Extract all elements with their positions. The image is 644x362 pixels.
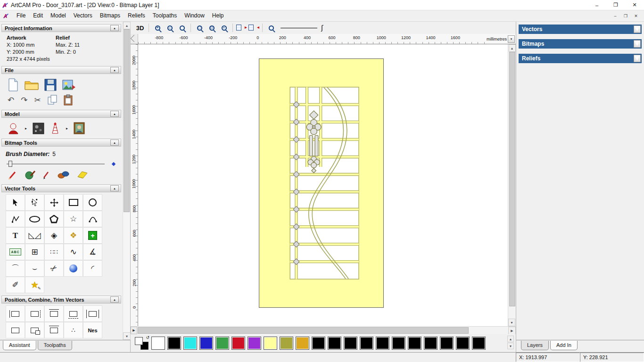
swap-colours-icon[interactable]: ↺: [146, 335, 149, 340]
create-circle-button[interactable]: [83, 194, 102, 211]
collapse-arrow-icon[interactable]: ▲: [110, 185, 119, 191]
collapse-arrow-icon[interactable]: ▲: [110, 67, 119, 73]
scroll-down-icon[interactable]: ▼: [508, 319, 515, 326]
scroll-up-icon[interactable]: ▲: [123, 22, 131, 29]
collapse-arrow-icon[interactable]: ▲: [110, 296, 119, 303]
texture-image-icon[interactable]: [74, 122, 85, 134]
colour-swatch[interactable]: [151, 337, 165, 350]
colour-swatch[interactable]: [312, 337, 325, 350]
create-rectangle-button[interactable]: [64, 194, 83, 211]
paste-along-curve-button[interactable]: ❖: [64, 227, 83, 244]
close-vector-button[interactable]: ✐: [6, 277, 25, 293]
colour-beans-icon[interactable]: [58, 170, 70, 180]
colour-swatch[interactable]: [456, 337, 470, 350]
close-icon[interactable]: ✕: [625, 0, 644, 10]
layer-group-bar[interactable]: Reliefs ▼: [519, 54, 642, 63]
menu-item[interactable]: Model: [47, 10, 70, 21]
restore-icon[interactable]: ❐: [606, 0, 625, 10]
scrollbar-thumb[interactable]: [124, 29, 130, 212]
collapse-arrow-icon[interactable]: ▲: [110, 140, 119, 146]
colour-swatch[interactable]: [296, 337, 309, 350]
lighting-setup-icon[interactable]: [50, 122, 60, 134]
transform-vectors-button[interactable]: [44, 194, 64, 211]
select-vectors-button[interactable]: [6, 194, 25, 211]
zoom-objects-button[interactable]: •: [218, 23, 230, 33]
join-vectors-button[interactable]: ⌣: [25, 260, 44, 277]
weld-vectors-button[interactable]: [6, 322, 25, 338]
mdi-minimize-icon[interactable]: –: [610, 12, 620, 20]
model-properties-icon[interactable]: [8, 123, 19, 134]
tab-layers[interactable]: Layers: [521, 341, 549, 350]
align-centre-button[interactable]: [83, 305, 102, 322]
create-polygon-button[interactable]: [44, 211, 64, 227]
tab-toolpaths[interactable]: Toolpaths: [38, 341, 72, 350]
greyscale-preview-icon[interactable]: [33, 123, 44, 134]
subtract-vectors-button[interactable]: [25, 322, 44, 338]
chevron-down-icon[interactable]: ▼: [634, 55, 641, 62]
colour-swatch[interactable]: [376, 337, 389, 350]
create-vector-texture-button[interactable]: ★✎: [25, 277, 44, 293]
colour-swatch[interactable]: [264, 337, 277, 350]
block-copy-button[interactable]: +: [83, 227, 102, 244]
brush-diameter-slider[interactable]: [6, 160, 116, 168]
colour-swatch[interactable]: [248, 337, 261, 350]
node-editing-button[interactable]: [25, 194, 44, 211]
colour-swatch[interactable]: [472, 337, 486, 350]
colour-swatch[interactable]: [424, 337, 438, 350]
align-top-button[interactable]: [44, 305, 64, 322]
vertical-scrollbar[interactable]: ▲ ▼: [508, 44, 516, 326]
layer-group-bar[interactable]: Vectors ▼: [519, 25, 642, 34]
menu-item[interactable]: Edit: [29, 10, 47, 21]
colour-swatch[interactable]: [344, 337, 357, 350]
toggle-vector-view-button[interactable]: ◂: [248, 24, 259, 32]
scrollbar-thumb[interactable]: [138, 327, 469, 334]
cut-icon[interactable]: ✂: [34, 96, 41, 104]
menu-item[interactable]: Toolpaths: [149, 10, 181, 21]
slider-handle[interactable]: [8, 161, 12, 167]
preview-lens-button[interactable]: [265, 23, 277, 33]
zoom-box-button[interactable]: □: [194, 23, 205, 33]
colour-swatch[interactable]: [183, 337, 197, 350]
colour-swatch[interactable]: [231, 337, 245, 350]
scroll-up-icon[interactable]: ▲: [509, 44, 516, 52]
colour-swatch[interactable]: [167, 337, 181, 350]
scroll-down-icon[interactable]: ▼: [123, 332, 131, 340]
align-right-button[interactable]: [25, 305, 44, 322]
align-left-button[interactable]: [6, 305, 25, 322]
minimize-icon[interactable]: –: [587, 0, 606, 10]
scrollbar-thumb[interactable]: [509, 52, 515, 306]
colour-swatch[interactable]: [408, 337, 421, 350]
colour-swatch[interactable]: [440, 337, 454, 350]
scatter-copies-button[interactable]: ∴: [64, 322, 83, 338]
flood-fill-icon[interactable]: [42, 170, 51, 180]
fillet-tool-button[interactable]: ◜: [83, 260, 102, 277]
pane-splitter-icon[interactable]: ▶: [131, 327, 137, 334]
menu-item[interactable]: File: [13, 10, 29, 21]
units-dropdown-icon[interactable]: ▼: [508, 35, 515, 43]
mdi-restore-icon[interactable]: ❐: [620, 12, 631, 20]
zoom-previous-button[interactable]: [176, 23, 188, 33]
open-model-icon[interactable]: [25, 79, 39, 90]
fit-arc-button[interactable]: ⌒: [6, 260, 25, 277]
paste-to-grid-button[interactable]: ⊞: [25, 244, 44, 260]
palette-scroll-up-icon[interactable]: ▲: [507, 336, 514, 342]
scroll-right-icon[interactable]: ▶: [508, 327, 516, 335]
mirror-vectors-button[interactable]: ◺◿: [25, 227, 44, 244]
create-arc-button[interactable]: [83, 211, 102, 227]
tab-assistant[interactable]: Assistant: [3, 341, 36, 350]
create-text-block-button[interactable]: ABC: [6, 244, 25, 260]
switch-to-3d-button[interactable]: 3D: [134, 23, 146, 33]
create-text-button[interactable]: T: [6, 227, 25, 244]
blend-spans-button[interactable]: [64, 260, 83, 277]
import-image-icon[interactable]: [62, 79, 75, 91]
block-paste-button[interactable]: ∷∷: [44, 244, 64, 260]
primary-colour-swatch[interactable]: [135, 337, 143, 345]
collapse-arrow-icon[interactable]: ▲: [110, 111, 119, 117]
chevron-down-icon[interactable]: ▼: [634, 25, 641, 33]
offset-vectors-button[interactable]: ◈: [44, 227, 64, 244]
undo-icon[interactable]: ↶: [8, 96, 14, 104]
menu-item[interactable]: Window: [181, 10, 208, 21]
menu-item[interactable]: Help: [208, 10, 228, 21]
colour-swatch[interactable]: [199, 337, 213, 350]
colour-swatch[interactable]: [280, 337, 293, 350]
